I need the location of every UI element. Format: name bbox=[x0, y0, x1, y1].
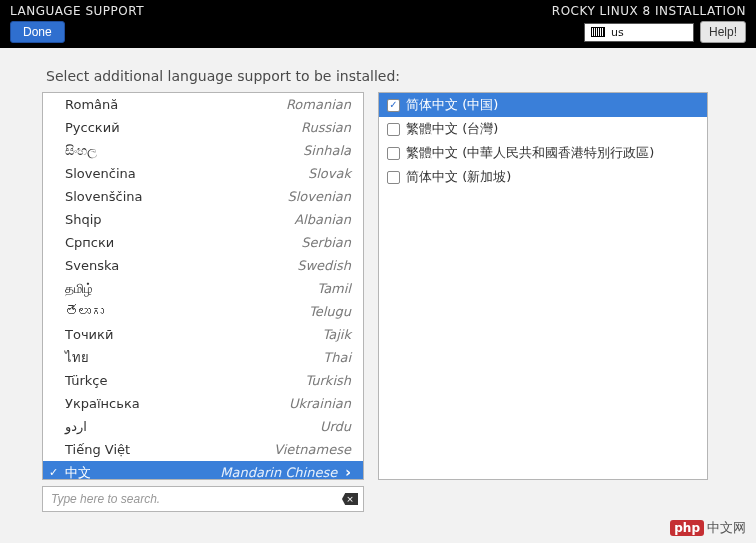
language-list-panel: RomânăRomanianРусскийRussianසිංහලSinhala… bbox=[42, 92, 364, 480]
language-row[interactable]: УкраїнськаUkrainian bbox=[43, 392, 363, 415]
language-english-label: Albanian bbox=[294, 211, 351, 228]
language-native-label: Slovenščina bbox=[65, 188, 287, 205]
language-english-label: Russian bbox=[301, 119, 351, 136]
columns: RomânăRomanianРусскийRussianසිංහලSinhala… bbox=[42, 92, 714, 480]
language-row[interactable]: ไทยThai bbox=[43, 346, 363, 369]
language-english-label: Tajik bbox=[322, 326, 351, 343]
language-native-label: Türkçe bbox=[65, 372, 305, 389]
language-english-label: Turkish bbox=[305, 372, 351, 389]
language-row[interactable]: SlovenščinaSlovenian bbox=[43, 185, 363, 208]
language-row[interactable]: اردوUrdu bbox=[43, 415, 363, 438]
language-english-label: Romanian bbox=[286, 96, 351, 113]
language-native-label: ไทย bbox=[65, 349, 323, 366]
language-native-label: Svenska bbox=[65, 257, 297, 274]
watermark-text: 中文网 bbox=[707, 519, 746, 537]
language-row[interactable]: СрпскиSerbian bbox=[43, 231, 363, 254]
language-english-label: Ukrainian bbox=[289, 395, 351, 412]
language-english-label: Sinhala bbox=[303, 142, 351, 159]
language-english-label: Telugu bbox=[309, 303, 351, 320]
checkbox[interactable] bbox=[387, 147, 400, 160]
language-english-label: Mandarin Chinese bbox=[220, 464, 337, 479]
language-english-label: Thai bbox=[323, 349, 351, 366]
language-row[interactable]: SvenskaSwedish bbox=[43, 254, 363, 277]
language-native-label: Русский bbox=[65, 119, 301, 136]
language-row[interactable]: ShqipAlbanian bbox=[43, 208, 363, 231]
header-right: ROCKY LINUX 8 INSTALLATION us Help! bbox=[552, 4, 746, 44]
help-button[interactable]: Help! bbox=[700, 21, 746, 43]
language-row[interactable]: РусскийRussian bbox=[43, 116, 363, 139]
check-icon: ✓ bbox=[49, 464, 61, 479]
clear-search-icon[interactable]: × bbox=[342, 493, 358, 505]
language-english-label: Urdu bbox=[320, 418, 351, 435]
language-native-label: Slovenčina bbox=[65, 165, 308, 182]
language-english-label: Slovenian bbox=[287, 188, 351, 205]
variant-label: 繁體中文 (台灣) bbox=[406, 120, 498, 138]
chevron-right-icon: › bbox=[345, 464, 351, 479]
language-row[interactable]: Tiếng ViệtVietnamese bbox=[43, 438, 363, 461]
done-button[interactable]: Done bbox=[10, 21, 65, 43]
language-native-label: සිංහල bbox=[65, 142, 303, 159]
variant-label: 简体中文 (新加坡) bbox=[406, 168, 511, 186]
language-row[interactable]: ✓中文Mandarin Chinese› bbox=[43, 461, 363, 479]
language-native-label: اردو bbox=[65, 418, 320, 435]
search-wrap: × bbox=[42, 486, 364, 512]
language-english-label: Serbian bbox=[301, 234, 351, 251]
language-row[interactable]: தமிழ்Tamil bbox=[43, 277, 363, 300]
variant-list[interactable]: ✓简体中文 (中国)繁體中文 (台灣)繁體中文 (中華人民共和國香港特別行政區)… bbox=[379, 93, 707, 189]
keyboard-indicator[interactable]: us bbox=[584, 23, 694, 42]
language-row[interactable]: తెలుగుTelugu bbox=[43, 300, 363, 323]
language-native-label: Tiếng Việt bbox=[65, 441, 274, 458]
keyboard-layout-label: us bbox=[611, 26, 624, 39]
keyboard-icon bbox=[591, 27, 605, 37]
language-english-label: Slovak bbox=[308, 165, 351, 182]
language-native-label: తెలుగు bbox=[65, 303, 309, 320]
language-english-label: Vietnamese bbox=[274, 441, 351, 458]
checkbox[interactable] bbox=[387, 123, 400, 136]
variant-label: 繁體中文 (中華人民共和國香港特別行政區) bbox=[406, 144, 654, 162]
variant-row[interactable]: 简体中文 (新加坡) bbox=[379, 165, 707, 189]
checkbox[interactable]: ✓ bbox=[387, 99, 400, 112]
language-row[interactable]: RomânăRomanian bbox=[43, 93, 363, 116]
header-bar: LANGUAGE SUPPORT Done ROCKY LINUX 8 INST… bbox=[0, 0, 756, 48]
language-english-label: Tamil bbox=[317, 280, 351, 297]
installer-title: ROCKY LINUX 8 INSTALLATION bbox=[552, 4, 746, 18]
checkbox[interactable] bbox=[387, 171, 400, 184]
language-row[interactable]: ТочикӣTajik bbox=[43, 323, 363, 346]
language-native-label: Српски bbox=[65, 234, 301, 251]
variant-row[interactable]: ✓简体中文 (中国) bbox=[379, 93, 707, 117]
language-row[interactable]: SlovenčinaSlovak bbox=[43, 162, 363, 185]
watermark: php 中文网 bbox=[670, 519, 746, 537]
language-native-label: Українська bbox=[65, 395, 289, 412]
language-row[interactable]: TürkçeTurkish bbox=[43, 369, 363, 392]
content-area: Select additional language support to be… bbox=[0, 48, 756, 522]
language-native-label: 中文 bbox=[65, 464, 220, 479]
header-left: LANGUAGE SUPPORT Done bbox=[10, 4, 144, 44]
variant-row[interactable]: 繁體中文 (台灣) bbox=[379, 117, 707, 141]
language-row[interactable]: සිංහලSinhala bbox=[43, 139, 363, 162]
instruction-text: Select additional language support to be… bbox=[42, 58, 714, 92]
header-buttons: us Help! bbox=[584, 21, 746, 43]
variant-list-panel: ✓简体中文 (中国)繁體中文 (台灣)繁體中文 (中華人民共和國香港特別行政區)… bbox=[378, 92, 708, 480]
page-title: LANGUAGE SUPPORT bbox=[10, 4, 144, 18]
language-english-label: Swedish bbox=[297, 257, 351, 274]
variant-label: 简体中文 (中国) bbox=[406, 96, 498, 114]
watermark-logo: php bbox=[670, 520, 704, 536]
language-native-label: Shqip bbox=[65, 211, 294, 228]
language-native-label: Română bbox=[65, 96, 286, 113]
search-input[interactable] bbox=[42, 486, 364, 512]
language-native-label: தமிழ் bbox=[65, 280, 317, 297]
language-native-label: Точикӣ bbox=[65, 326, 322, 343]
variant-row[interactable]: 繁體中文 (中華人民共和國香港特別行政區) bbox=[379, 141, 707, 165]
language-list[interactable]: RomânăRomanianРусскийRussianසිංහලSinhala… bbox=[43, 93, 363, 479]
